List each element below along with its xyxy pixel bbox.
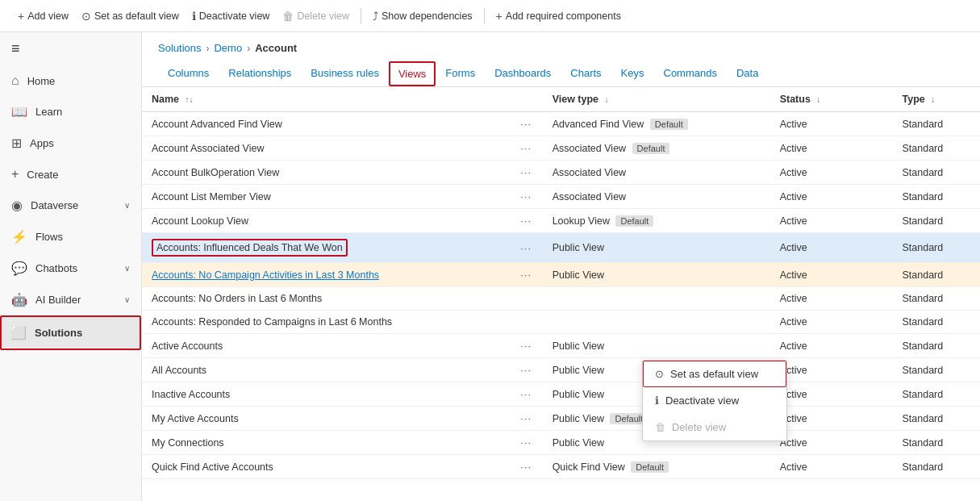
sort-icon2: ↓ bbox=[605, 95, 609, 104]
table-row[interactable]: Quick Find Active Accounts···Quick Find … bbox=[142, 455, 980, 479]
dots-icon[interactable]: ··· bbox=[520, 364, 532, 376]
toolbar-divider2 bbox=[484, 8, 485, 24]
table-row[interactable]: Accounts: Influenced Deals That We Won··… bbox=[142, 233, 980, 263]
context-menu: ⊙ Set as default view ℹ Deactivate view … bbox=[642, 360, 787, 441]
cell-dots[interactable]: ··· bbox=[510, 334, 543, 358]
dots-icon[interactable]: ··· bbox=[520, 461, 532, 473]
sidebar-item-chatbots[interactable]: 💬 Chatbots ∨ bbox=[0, 253, 141, 284]
col-header-name[interactable]: Name ↑↓ bbox=[142, 87, 510, 112]
tab-relationships[interactable]: Relationships bbox=[219, 61, 301, 87]
dots-icon[interactable]: ··· bbox=[520, 118, 532, 130]
tab-business-rules[interactable]: Business rules bbox=[301, 61, 389, 87]
cell-status: Active bbox=[770, 287, 893, 311]
table-row[interactable]: Inactive Accounts···Public ViewActiveSta… bbox=[142, 382, 980, 407]
context-menu-deactivate[interactable]: ℹ Deactivate view bbox=[643, 387, 786, 414]
cell-dots[interactable]: ··· bbox=[510, 112, 543, 136]
tab-views[interactable]: Views bbox=[389, 61, 436, 86]
table-row[interactable]: Accounts: Responded to Campaigns in Last… bbox=[142, 311, 980, 334]
dots-icon[interactable]: ··· bbox=[520, 436, 532, 449]
dots-icon[interactable]: ··· bbox=[520, 388, 532, 400]
sidebar-item-ai-builder[interactable]: 🤖 AI Builder ∨ bbox=[0, 284, 141, 315]
toolbar-add-required[interactable]: + Add required components bbox=[491, 6, 626, 26]
table-row[interactable]: Account Lookup View···Lookup View Defaul… bbox=[142, 209, 980, 233]
cell-dots[interactable] bbox=[510, 311, 543, 334]
table-row[interactable]: Account Associated View···Associated Vie… bbox=[142, 136, 980, 161]
hamburger-icon: ≡ bbox=[11, 40, 20, 57]
sidebar-item-solutions[interactable]: ⬜ Solutions bbox=[0, 315, 141, 350]
toolbar-delete[interactable]: 🗑 Delete view bbox=[277, 6, 354, 26]
toolbar-set-default[interactable]: ⊙ Set as default view bbox=[77, 6, 184, 26]
cell-dots[interactable]: ··· bbox=[510, 431, 543, 455]
dots-icon[interactable]: ··· bbox=[520, 340, 532, 352]
toolbar-divider bbox=[361, 8, 361, 24]
breadcrumb-demo[interactable]: Demo bbox=[214, 42, 242, 54]
cell-name: Account Lookup View bbox=[142, 209, 510, 233]
table-row[interactable]: Account Advanced Find View···Advanced Fi… bbox=[142, 112, 980, 136]
toolbar-add-view[interactable]: + Add view bbox=[13, 6, 73, 26]
tab-charts[interactable]: Charts bbox=[561, 61, 611, 87]
cell-status: Active bbox=[770, 233, 893, 263]
cell-name: My Active Accounts bbox=[142, 407, 510, 431]
cell-dots[interactable] bbox=[510, 287, 543, 311]
cell-status: Active bbox=[770, 334, 893, 358]
tab-keys[interactable]: Keys bbox=[611, 61, 654, 87]
tab-columns[interactable]: Columns bbox=[158, 61, 219, 87]
delete-icon: 🗑 bbox=[282, 10, 294, 23]
toolbar-show-dep[interactable]: ⤴ Show dependencies bbox=[368, 6, 477, 26]
cell-dots[interactable]: ··· bbox=[510, 185, 543, 209]
dots-icon[interactable]: ··· bbox=[520, 215, 532, 227]
cell-name: Account BulkOperation View bbox=[142, 161, 510, 185]
sidebar-item-apps[interactable]: ⊞ Apps bbox=[0, 127, 141, 159]
sidebar-item-flows[interactable]: ⚡ Flows bbox=[0, 221, 141, 253]
sidebar-hamburger[interactable]: ≡ bbox=[0, 32, 141, 65]
dots-icon[interactable]: ··· bbox=[520, 166, 532, 178]
col-header-viewtype[interactable]: View type ↓ bbox=[543, 87, 770, 112]
col-header-type[interactable]: Type ↓ bbox=[893, 87, 981, 112]
cell-dots[interactable]: ··· bbox=[510, 455, 543, 479]
tab-commands[interactable]: Commands bbox=[654, 61, 727, 87]
solutions-icon: ⬜ bbox=[10, 325, 27, 340]
cell-view-type: Advanced Find View Default bbox=[543, 112, 770, 136]
cell-type: Standard bbox=[893, 287, 981, 311]
sidebar: ≡ ⌂ Home 📖 Learn ⊞ Apps + Create ◉ Datav… bbox=[0, 32, 142, 501]
cell-view-type: Quick Find View Default bbox=[543, 455, 770, 479]
table-row[interactable]: My Connections···Public ViewActiveStanda… bbox=[142, 431, 980, 455]
context-menu-set-default[interactable]: ⊙ Set as default view bbox=[643, 361, 786, 387]
dots-icon[interactable]: ··· bbox=[520, 190, 532, 202]
table-row[interactable]: Accounts: No Orders in Last 6 MonthsActi… bbox=[142, 287, 980, 311]
tab-dashboards[interactable]: Dashboards bbox=[485, 61, 561, 87]
table-row[interactable]: Account List Member View···Associated Vi… bbox=[142, 185, 980, 209]
cell-dots[interactable]: ··· bbox=[510, 209, 543, 233]
table-row[interactable]: Active Accounts···Public ViewActiveStand… bbox=[142, 334, 980, 358]
dots-icon[interactable]: ··· bbox=[520, 412, 532, 424]
cell-dots[interactable]: ··· bbox=[510, 161, 543, 185]
default-icon: ⊙ bbox=[81, 10, 91, 23]
sidebar-item-home[interactable]: ⌂ Home bbox=[0, 65, 141, 96]
cell-dots[interactable]: ··· bbox=[510, 407, 543, 431]
col-header-status[interactable]: Status ↓ bbox=[770, 87, 893, 112]
cell-name: Account Advanced Find View bbox=[142, 112, 510, 136]
cell-dots[interactable]: ··· bbox=[510, 358, 543, 382]
sidebar-item-learn[interactable]: 📖 Learn bbox=[0, 96, 141, 127]
sidebar-item-create[interactable]: + Create bbox=[0, 159, 141, 190]
dots-icon[interactable]: ··· bbox=[520, 142, 532, 154]
tab-data[interactable]: Data bbox=[727, 61, 768, 87]
cell-type: Standard bbox=[893, 161, 981, 185]
cell-dots[interactable]: ··· bbox=[510, 382, 543, 407]
table-row[interactable]: Account BulkOperation View···Associated … bbox=[142, 161, 980, 185]
dots-icon[interactable]: ··· bbox=[520, 269, 532, 281]
cell-dots[interactable]: ··· bbox=[510, 136, 543, 161]
tab-forms[interactable]: Forms bbox=[436, 61, 485, 87]
cell-dots[interactable]: ··· bbox=[510, 233, 543, 263]
cell-name: Account Associated View bbox=[142, 136, 510, 161]
toolbar-deactivate[interactable]: ℹ Deactivate view bbox=[187, 6, 275, 26]
cell-dots[interactable]: ··· bbox=[510, 263, 543, 287]
table-row[interactable]: My Active Accounts···Public View Default… bbox=[142, 407, 980, 431]
breadcrumb-solutions[interactable]: Solutions bbox=[158, 42, 201, 54]
table-row[interactable]: Accounts: No Campaign Activities in Last… bbox=[142, 263, 980, 287]
sidebar-item-dataverse[interactable]: ◉ Dataverse ∨ bbox=[0, 190, 141, 221]
table-row[interactable]: All Accounts···Public ViewActiveStandard bbox=[142, 358, 980, 382]
cell-status: Active bbox=[770, 185, 893, 209]
dots-icon[interactable]: ··· bbox=[520, 242, 532, 254]
flows-icon: ⚡ bbox=[11, 229, 27, 244]
